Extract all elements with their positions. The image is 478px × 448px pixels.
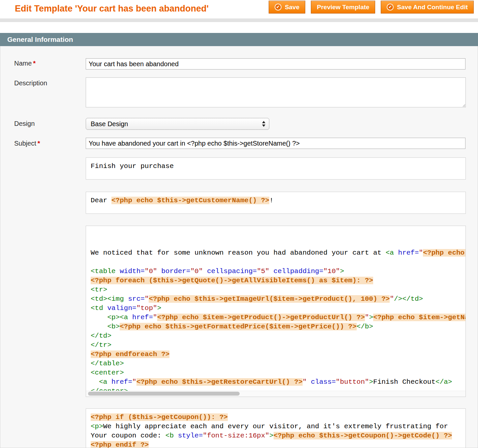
save-button-label: Save bbox=[285, 4, 299, 11]
subject-label: Subject* bbox=[14, 140, 40, 147]
save-and-continue-button[interactable]: Save And Continue Edit bbox=[381, 1, 474, 14]
section-title: General Information bbox=[7, 36, 73, 43]
checkmark-circle-icon bbox=[387, 4, 394, 11]
design-select[interactable]: Base Design bbox=[86, 118, 269, 130]
save-and-continue-button-label: Save And Continue Edit bbox=[397, 4, 468, 11]
design-label: Design bbox=[14, 120, 35, 127]
name-input[interactable] bbox=[86, 58, 465, 70]
header-divider bbox=[0, 18, 478, 22]
description-textarea[interactable] bbox=[86, 77, 466, 107]
template-body-editor[interactable]: We noticed that for some unknown reason … bbox=[86, 226, 466, 397]
subject-input[interactable] bbox=[86, 138, 465, 149]
toolbar: Save Preview Template Save And Continue … bbox=[269, 1, 474, 14]
description-label: Description bbox=[14, 79, 47, 87]
template-greeting-editor[interactable]: Dear <?php echo $this->getCustomerName()… bbox=[86, 192, 466, 214]
edit-template-page: Edit Template 'Your cart has been abando… bbox=[0, 0, 478, 448]
template-coupon-editor[interactable]: <?php if ($this->getCoupon()): ?><p>We h… bbox=[86, 408, 466, 448]
select-arrows-icon bbox=[262, 121, 265, 127]
section-header: General Information bbox=[0, 33, 478, 46]
template-heading-editor[interactable]: Finish your purchase bbox=[86, 157, 466, 180]
page-title: Edit Template 'Your cart has been abando… bbox=[15, 4, 209, 14]
general-information-panel: Name* Description Design Base Design Sub… bbox=[0, 46, 478, 448]
horizontal-scrollbar[interactable] bbox=[86, 391, 465, 397]
preview-template-button-label: Preview Template bbox=[317, 4, 369, 11]
required-asterisk: * bbox=[33, 60, 36, 67]
checkmark-circle-icon bbox=[275, 4, 282, 11]
required-asterisk: * bbox=[38, 140, 40, 147]
design-select-value: Base Design bbox=[91, 120, 128, 128]
save-button[interactable]: Save bbox=[269, 1, 305, 14]
horizontal-scrollbar-thumb[interactable] bbox=[88, 392, 240, 396]
preview-template-button[interactable]: Preview Template bbox=[311, 1, 375, 14]
name-label: Name* bbox=[14, 60, 36, 67]
